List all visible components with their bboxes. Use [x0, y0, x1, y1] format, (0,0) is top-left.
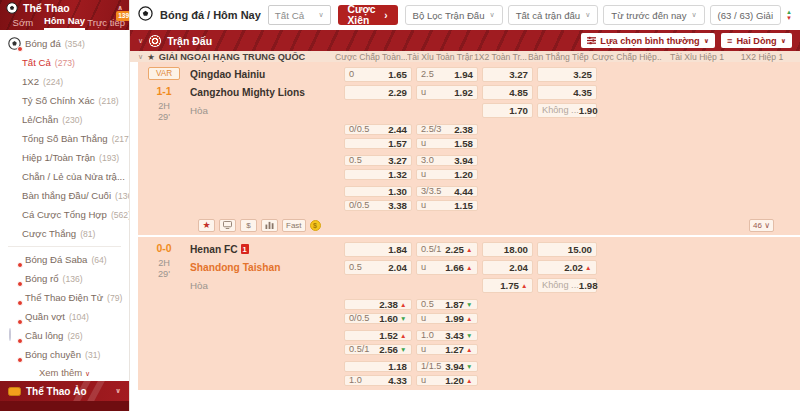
- odds-ou-under[interactable]: u1.20▲: [416, 375, 478, 386]
- odds-ou-over[interactable]: 3.03.94: [416, 155, 478, 166]
- odds-ou-over[interactable]: 2.51.94: [416, 67, 478, 82]
- odds-ou-over[interactable]: 0.5/12.25▲: [416, 242, 478, 257]
- match-filter-dropdown[interactable]: Bộ Lọc Trận Đấu∨: [405, 5, 503, 25]
- odds-nextgoal-second[interactable]: 2.02▲: [537, 260, 597, 275]
- sidebar-item-bong-chuyen[interactable]: Bóng chuyền(31): [0, 345, 129, 364]
- odds-ou-over[interactable]: 1/1.53.94▼: [416, 361, 478, 372]
- odds-hdp-home[interactable]: 1.18: [344, 361, 412, 372]
- tab-hom-nay[interactable]: Hôm Nay: [44, 15, 86, 30]
- live-count-badge: 139: [116, 11, 129, 21]
- odds-ou-over[interactable]: 0.51.87▼: [416, 299, 478, 310]
- sidebar-item-the-thao-ao[interactable]: Thể Thao Ảo ∨: [0, 381, 129, 401]
- odds-hdp-away[interactable]: 0/0.53.38: [344, 200, 412, 211]
- league-name-row[interactable]: ∨ ★ GIẢI NGOẠI HẠNG TRUNG QUỐC: [138, 52, 335, 62]
- odds-ou-under[interactable]: u1.27▲: [416, 344, 478, 355]
- saba-football-icon: [8, 253, 21, 266]
- odds-hdp-home[interactable]: 2.38▲: [344, 299, 412, 310]
- odds-ou-over[interactable]: 1.03.43▼: [416, 330, 478, 341]
- odds-hdp-home[interactable]: 01.65: [344, 67, 412, 82]
- league-filter-select[interactable]: Tất Cả ∨: [268, 5, 331, 25]
- odds-1x2-home[interactable]: 3.27: [482, 67, 533, 82]
- odds-hdp-away[interactable]: 0.52.04: [344, 260, 412, 275]
- odds-hdp-away[interactable]: 2.29: [344, 85, 412, 100]
- sidebar-tabs: Sớm Hôm Nay Trực tiếp139: [0, 14, 129, 30]
- sidebar-item-tat-ca[interactable]: Tất Cả(273): [0, 53, 129, 72]
- selection-mode-dropdown[interactable]: Lựa chọn bình thường ∨: [581, 33, 715, 48]
- odds-nextgoal-second[interactable]: 4.35: [537, 85, 597, 100]
- odds-hdp-away[interactable]: 1.04.33: [344, 375, 412, 386]
- soccer-ball-icon: [8, 37, 21, 50]
- match-minute: 29': [158, 112, 170, 123]
- odds-hdp-away[interactable]: 1.32: [344, 169, 412, 180]
- cashout-button[interactable]: $: [240, 219, 257, 232]
- stats-button[interactable]: [261, 219, 278, 232]
- odds-ou-under[interactable]: u1.58: [416, 138, 478, 149]
- sidebar-item-the-thao-dien-tu[interactable]: Thể Thao Điện Tử(79): [0, 288, 129, 307]
- favorite-star-button[interactable]: ★: [198, 219, 215, 232]
- sidebar-title: Thể Thao: [23, 2, 70, 14]
- odds-1x2-away[interactable]: 2.04: [482, 260, 533, 275]
- chevron-down-icon: ∨: [318, 11, 323, 19]
- odds-ou-under[interactable]: u1.92: [416, 85, 478, 100]
- parlay-button[interactable]: Cược Xiên ›: [338, 5, 398, 25]
- odds-1x2-draw[interactable]: 1.70: [482, 103, 533, 118]
- sidebar-item-quan-vot[interactable]: Quần vợt(104): [0, 307, 129, 326]
- tab-som[interactable]: Sớm: [2, 17, 44, 30]
- odds-ou-under[interactable]: u1.20: [416, 169, 478, 180]
- odds-hdp-home[interactable]: 0/0.52.44: [344, 124, 412, 135]
- sidebar-item-cuoc-thang[interactable]: Cược Thắng(81): [0, 224, 129, 243]
- odds-hdp-away[interactable]: 0.5/12.56▼: [344, 344, 412, 355]
- odds-ou-under[interactable]: u1.66▲: [416, 260, 478, 275]
- sidebar-item-ty-so-chinh-xac[interactable]: Tỷ Số Chính Xác(218): [0, 91, 129, 110]
- chevron-down-icon: ∨: [764, 221, 770, 230]
- sidebar-item-le-chan[interactable]: Lẻ/Chẵn(230): [0, 110, 129, 129]
- chevron-down-icon: ∨: [704, 37, 709, 45]
- favorite-star-icon[interactable]: ★: [147, 52, 155, 62]
- sidebar-item-bong-da[interactable]: Bóng đá (354): [0, 34, 129, 53]
- coin-icon[interactable]: $: [310, 220, 321, 231]
- odds-hdp-home[interactable]: 1.84: [344, 242, 412, 257]
- top-right-filters: Bộ Lọc Trận Đấu∨ Tất cả trận đấu∨ Từ trư…: [405, 5, 792, 25]
- badminton-icon: [8, 329, 21, 342]
- odds-ou-over[interactable]: 3/3.54.44: [416, 186, 478, 197]
- odds-hdp-home[interactable]: 0.53.27: [344, 155, 412, 166]
- row-display-dropdown[interactable]: ≡ Hai Dòng ∨: [721, 33, 792, 48]
- time-range-dropdown[interactable]: Từ trước đến nay∨: [603, 5, 704, 25]
- sidebar-title-row[interactable]: Thể Thao ∧: [0, 0, 129, 14]
- odds-hdp-away[interactable]: 0/0.51.60▼: [344, 313, 412, 324]
- odds-ou-under[interactable]: u1.15: [416, 200, 478, 211]
- sidebar-item-1x2[interactable]: 1X2(224): [0, 72, 129, 91]
- section-title: Trận Đấu: [167, 35, 212, 47]
- match-section-title-row[interactable]: ∨ Trận Đấu: [138, 35, 212, 47]
- odds-nextgoal-none[interactable]: Không ...1.98: [537, 278, 597, 293]
- odds-hdp-home[interactable]: 1.30: [344, 186, 412, 197]
- fast-market-button[interactable]: Fast: [282, 219, 306, 232]
- sort-icon[interactable]: ▲▼: [786, 9, 792, 21]
- sidebar-item-hiep1-toan-tran[interactable]: Hiệp 1/Toàn Trận(193): [0, 148, 129, 167]
- live-stream-button[interactable]: [219, 219, 236, 232]
- odds-hdp-home[interactable]: 1.52▲: [344, 330, 412, 341]
- all-matches-dropdown[interactable]: Tất cả trận đấu∨: [508, 5, 599, 25]
- sidebar-item-tong-so-ban-thang[interactable]: Tổng Số Bàn Thắng(217): [0, 129, 129, 148]
- tune-icon: [587, 36, 596, 45]
- odds-ou-under[interactable]: u1.99▲: [416, 313, 478, 324]
- sidebar-item-bong-ro[interactable]: Bóng rổ(136): [0, 269, 129, 288]
- odds-nextgoal-none[interactable]: Không ...1.90: [537, 103, 597, 118]
- sidebar-item-bong-da-saba[interactable]: Bóng Đá Saba(64): [0, 250, 129, 269]
- tab-truc-tiep[interactable]: Trực tiếp139: [85, 17, 127, 30]
- league-count-indicator[interactable]: (63 / 63) Giải: [710, 5, 781, 25]
- soccer-ball-icon: [6, 2, 19, 15]
- odds-ou-over[interactable]: 2.5/32.38: [416, 124, 478, 135]
- odds-1x2-away[interactable]: 4.85: [482, 85, 533, 100]
- sidebar-item-ban-thang-dau-cuoi[interactable]: Bàn thắng Đầu/ Cuối(136): [0, 186, 129, 205]
- sidebar-item-cau-long[interactable]: Cầu lông(26): [0, 326, 129, 345]
- odds-1x2-draw[interactable]: 1.75▲: [482, 278, 533, 293]
- sidebar-item-chan-le-nua-tran[interactable]: Chẵn / Lẻ của Nửa trậ...(180): [0, 167, 129, 186]
- odds-nextgoal-first[interactable]: 3.25: [537, 67, 597, 82]
- show-more-button[interactable]: Xem thêm ∨: [0, 364, 129, 381]
- odds-hdp-away[interactable]: 1.57: [344, 138, 412, 149]
- odds-nextgoal-first[interactable]: 15.00: [537, 242, 597, 257]
- odds-1x2-home[interactable]: 18.00: [482, 242, 533, 257]
- more-markets-dropdown[interactable]: 46 ∨: [749, 219, 774, 232]
- sidebar-item-ca-cuoc-tong-hop[interactable]: Cá Cược Tổng Hợp(562): [0, 205, 129, 224]
